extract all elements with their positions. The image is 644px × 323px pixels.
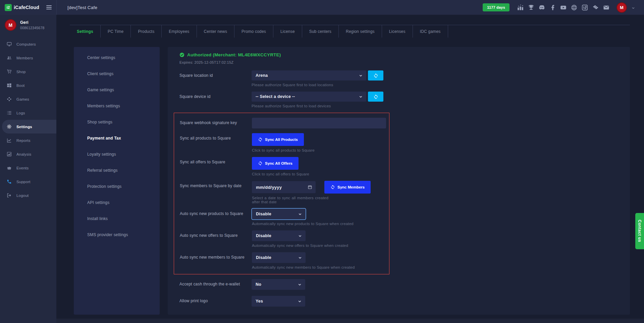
- menu-item-center-settings[interactable]: Center settings: [74, 50, 160, 66]
- tab-idc-games[interactable]: IDC games: [413, 25, 448, 38]
- license-days-badge[interactable]: 1177 days: [483, 3, 509, 11]
- field-hint: Automatically sync new members to Square…: [252, 265, 355, 269]
- sidebar-user[interactable]: M Geri 008612345678: [0, 15, 56, 36]
- field-label: Auto sync new members to Square: [180, 252, 252, 269]
- field-label: Sync members to Square by date: [180, 181, 252, 204]
- menu-item-shop-settings[interactable]: Shop settings: [74, 114, 160, 130]
- square-device-select[interactable]: -- Select a device --: [252, 92, 366, 102]
- analysis-icon: [7, 152, 12, 157]
- facebook-icon[interactable]: [549, 4, 556, 11]
- webhook-signature-key-input[interactable]: [252, 118, 386, 128]
- tab-pc-time[interactable]: PC Time: [101, 25, 131, 38]
- menu-toggle-icon[interactable]: [46, 5, 52, 9]
- mail-icon[interactable]: [603, 4, 609, 11]
- menu-item-api-settings[interactable]: API settings: [74, 195, 160, 211]
- auto-sync-products-row: Auto sync new products to Square Disable…: [180, 209, 389, 226]
- select-value: Yes: [256, 299, 263, 304]
- sync-members-date-input[interactable]: mm/dd/yyyy: [252, 181, 316, 193]
- select-value: Disable: [256, 255, 271, 260]
- chevron-down-icon: [298, 256, 302, 260]
- ranking-icon[interactable]: [517, 4, 524, 11]
- discord-icon[interactable]: [539, 4, 545, 11]
- tab-license[interactable]: License: [273, 25, 302, 38]
- sync-members-row: Sync members to Square by date mm/dd/yyy…: [180, 181, 389, 204]
- sync-icon: [258, 137, 263, 142]
- tab-employees[interactable]: Employees: [162, 25, 197, 38]
- website-globe-icon[interactable]: [571, 4, 577, 11]
- menu-item-payment-and-tax[interactable]: Payment and Tax: [74, 130, 160, 146]
- menu-item-client-settings[interactable]: Client settings: [74, 66, 160, 82]
- settings-menu: Center settings Client settings Game set…: [74, 47, 160, 315]
- tab-center-news[interactable]: Center news: [197, 25, 235, 38]
- sidebar-item-logs[interactable]: Logs: [0, 106, 56, 120]
- avatar-chevron-down-icon[interactable]: [631, 5, 635, 9]
- sidebar-item-boot[interactable]: Boot: [0, 78, 56, 92]
- menu-item-loyalty-settings[interactable]: Loyalty settings: [74, 146, 160, 162]
- sync-all-products-button[interactable]: Sync All Products: [252, 133, 304, 146]
- tab-sub-centers[interactable]: Sub centers: [302, 25, 339, 38]
- sync-members-button[interactable]: Sync Members: [324, 181, 371, 194]
- field-hint: Please authorize Square first to load lo…: [252, 83, 383, 87]
- menu-item-sms-provider-settings[interactable]: SMS provider settings: [74, 227, 160, 243]
- auto-sync-products-select[interactable]: Disable: [252, 209, 306, 219]
- field-label: Square location id: [179, 70, 252, 87]
- sidebar-item-reports[interactable]: Reports: [0, 133, 56, 147]
- tab-label: PC Time: [108, 29, 123, 34]
- print-logo-select[interactable]: Yes: [252, 296, 305, 307]
- field-label: Auto sync new offers to Square: [180, 230, 252, 248]
- menu-item-game-settings[interactable]: Game settings: [74, 82, 160, 98]
- sidebar-item-support[interactable]: Support: [0, 175, 56, 189]
- field-label: Sync all offers to Square: [180, 157, 252, 176]
- square-location-select[interactable]: Arena: [252, 70, 366, 80]
- accept-cash-row: Accept cash through the e-wallet No: [179, 279, 616, 290]
- auto-sync-members-row: Auto sync new members to Square Disable …: [180, 252, 389, 269]
- menu-item-members-settings[interactable]: Members settings: [74, 98, 160, 114]
- refresh-devices-button[interactable]: [368, 92, 383, 102]
- square-auth-status: Authorized (Merchant: ML4E6WXCCYRTE): [179, 52, 616, 57]
- sidebar-item-label: Settings: [16, 125, 32, 129]
- youtube-icon[interactable]: [560, 4, 567, 11]
- chevron-down-icon: [359, 95, 363, 99]
- chevron-down-icon: [359, 73, 363, 78]
- sidebar-item-computers[interactable]: Computers: [0, 37, 56, 51]
- menu-item-referral-settings[interactable]: Referral settings: [74, 162, 160, 178]
- select-value: Disable: [256, 233, 271, 238]
- field-hint: Please authorize Square first to load de…: [252, 104, 383, 108]
- sidebar-item-games[interactable]: Games: [0, 92, 56, 106]
- refresh-locations-button[interactable]: [368, 70, 383, 80]
- tab-label: Promo codes: [241, 29, 266, 34]
- tab-settings[interactable]: Settings: [70, 25, 101, 38]
- sidebar-item-events[interactable]: Events: [0, 161, 56, 175]
- field-label: Allow print logo: [179, 296, 252, 307]
- icafecloud-mini-icon[interactable]: [582, 4, 588, 11]
- sidebar-item-settings[interactable]: Settings: [2, 120, 56, 133]
- select-value: Disable: [256, 212, 271, 216]
- user-avatar[interactable]: M: [616, 2, 627, 13]
- trophy-icon[interactable]: [528, 4, 534, 11]
- webhook-key-row: Square webhook signature key: [180, 118, 389, 128]
- menu-item-protection-settings[interactable]: Protection settings: [74, 178, 160, 195]
- menu-item-install-links[interactable]: Install links: [74, 211, 160, 227]
- app-logo[interactable]: i2 iCafeCloud: [5, 4, 39, 11]
- tab-region-settings[interactable]: Region settings: [339, 25, 382, 38]
- sidebar-item-label: Reports: [16, 139, 31, 143]
- computers-icon: [7, 42, 12, 47]
- tab-licenses[interactable]: Licenses: [382, 25, 413, 38]
- sidebar-item-members[interactable]: Members: [0, 51, 56, 65]
- sidebar-item-shop[interactable]: Shop: [0, 65, 56, 78]
- sidebar-item-logout[interactable]: Logout: [0, 189, 56, 202]
- main-content: Settings PC Time Products Employees Cent…: [56, 15, 644, 323]
- sidebar-nav: Computers Members Shop Boot Games Logs S…: [0, 37, 56, 202]
- sidebar-item-analysis[interactable]: Analysis: [0, 147, 56, 161]
- expires-text: Expires: 2025-12-05T17:02:15Z: [179, 60, 616, 64]
- layers-icon[interactable]: [592, 4, 599, 11]
- auto-sync-members-select[interactable]: Disable: [252, 252, 306, 263]
- field-label: Square webhook signature key: [180, 118, 252, 128]
- sync-all-offers-button[interactable]: Sync All Offers: [252, 157, 299, 170]
- icafecloud-logo-icon: i2: [5, 4, 12, 11]
- auto-sync-offers-select[interactable]: Disable: [252, 230, 306, 241]
- contact-us-button[interactable]: Contact us: [635, 213, 644, 249]
- tab-promo-codes[interactable]: Promo codes: [234, 25, 273, 38]
- tab-products[interactable]: Products: [131, 25, 162, 38]
- accept-cash-select[interactable]: No: [252, 279, 305, 290]
